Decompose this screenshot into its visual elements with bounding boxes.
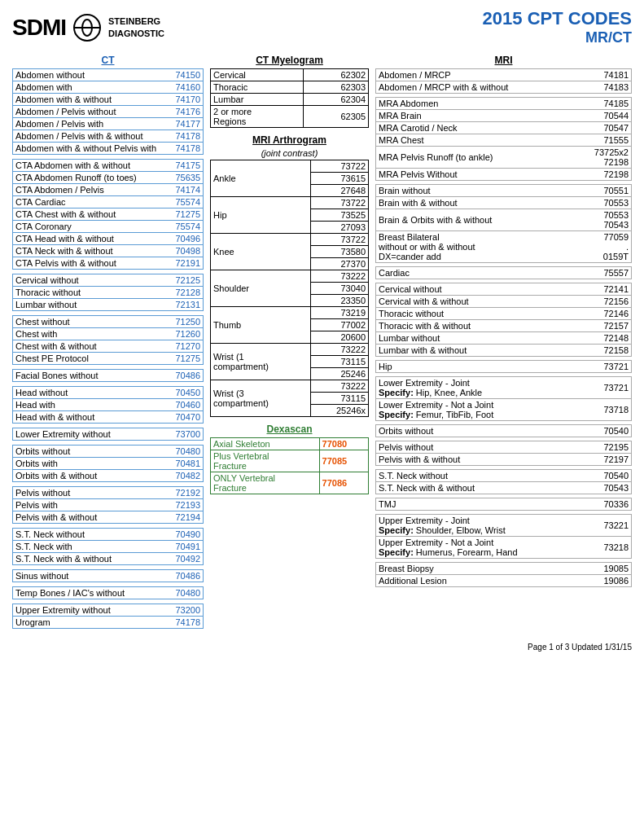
ct-label: CTA Abdomen / Pelvis (13, 184, 167, 196)
table-row: Lumbar without72148 (376, 332, 632, 345)
ct-label: Head with & without (13, 411, 153, 424)
ct-code: 75574 (166, 196, 203, 208)
arthrogram-code: 73222 (311, 344, 369, 356)
mri-code: 72158 (571, 345, 631, 357)
mri-label: Lower Extremity - JointSpecify: Hip, Kne… (376, 377, 580, 399)
ct-group-sinus: Sinus without70486 (12, 569, 204, 582)
ct-code: 74170 (170, 94, 203, 106)
arthrogram-code: 73722 (311, 197, 369, 209)
logo-line2: DIAGNOSTIC (108, 28, 164, 39)
table-row: Lower Extremity - Not a JointSpecify: Fe… (376, 399, 632, 421)
ct-label: Temp Bones / IAC's without (13, 587, 164, 599)
ct-label: Urogram (13, 617, 160, 629)
mri-code: 72156 (571, 296, 631, 308)
ct-label: CTA Head with & without (13, 233, 167, 245)
mri-code: 71555 (567, 134, 631, 147)
table-row: MRA Chest71555 (376, 134, 632, 147)
ct-section-title: CT (12, 55, 204, 66)
ct-code: 70496 (166, 233, 203, 245)
ct-label: Cervical without (13, 274, 147, 287)
arthrogram-joint-label: Ankle (211, 160, 311, 197)
dexascan-label: Axial Skeleton (211, 438, 320, 450)
table-row: Head with70460 (13, 399, 204, 411)
mri-group-orbits: Orbits without70540 (375, 424, 632, 437)
mri-arthrogram-title: MRI Arthrogram (210, 134, 369, 146)
mri-label: Abdomen / MRCP with & without (376, 81, 585, 94)
header: SDMI STEINBERG DIAGNOSTIC 2015 CPT CODES… (12, 8, 632, 46)
ct-group-pelvis: Pelvis without72192 Pelvis with72193 Pel… (12, 486, 204, 524)
table-row: Lower Extremity - JointSpecify: Hip, Kne… (376, 377, 632, 399)
mri-code: 70543 (572, 482, 631, 494)
mri-label: Cervical without (376, 283, 572, 296)
table-row: Brain with & without70553 (376, 197, 632, 209)
mri-code: 73725x272198 (567, 147, 631, 169)
ct-code: 71250 (154, 316, 204, 328)
ct-label: S.T. Neck with (13, 541, 160, 553)
table-row: Lumbar 62304 (211, 94, 369, 106)
table-row: MRA Pelvis Without72198 (376, 169, 632, 181)
mri-code: 77059.0159T (579, 231, 631, 263)
table-row: Breast Biopsy19085 (376, 563, 632, 575)
ct-code: 72125 (146, 274, 203, 287)
ct-label: Orbits with (13, 458, 155, 470)
mri-label: Breast Biopsy (376, 563, 558, 575)
ct-code: 70491 (160, 541, 204, 553)
mri-label: Lumbar with & without (376, 345, 572, 357)
mri-code: 75557 (515, 267, 632, 279)
ct-code: 71270 (154, 340, 204, 353)
mri-code: 74181 (585, 69, 631, 81)
ct-group-cta: CTA Abdomen with & without74175 CTA Abdo… (12, 159, 204, 270)
arthrogram-code: 73722 (311, 234, 369, 246)
mri-code: 74185 (567, 98, 631, 110)
table-row: Lower Extremity without73700 (13, 428, 204, 441)
table-row: Cervical without72141 (376, 283, 632, 296)
ct-group-spine: Cervical without72125 Thoracic without72… (12, 274, 204, 311)
table-row: CTA Neck with & without70498 (13, 245, 204, 257)
ct-code: 74178 (170, 143, 203, 155)
ct-group-abdomen: Abdomen without74150 Abdomen with74160 A… (12, 68, 204, 155)
ct-code: 74160 (170, 81, 203, 94)
table-row: Orbits with & without70482 (13, 470, 204, 482)
ct-code: 74175 (166, 160, 203, 172)
table-row: Orbits without70480 (13, 446, 204, 458)
ct-label: CTA Abdomen with & without (13, 160, 167, 172)
ct-code: 72128 (146, 287, 203, 299)
mri-code: 72146 (571, 308, 631, 320)
ct-code: 70481 (154, 458, 203, 470)
table-row: Pelvis with & without72194 (13, 511, 204, 524)
logo-text: STEINBERG DIAGNOSTIC (108, 15, 164, 39)
table-row: Facial Bones without70486 (13, 370, 204, 382)
ct-column: CT Abdomen without74150 Abdomen with7416… (12, 55, 204, 633)
table-row: Pelvis with72193 (13, 499, 204, 511)
table-row: Upper Extremity - Not a JointSpecify: Hu… (376, 537, 632, 559)
dexascan-label: ONLY VertebralFracture (211, 472, 320, 494)
table-row: MRA Abdomen74185 (376, 98, 632, 110)
table-row: Pelvis without72192 (13, 487, 204, 499)
mri-group-brain: Brain without70551 Brain with & without7… (375, 184, 632, 263)
ct-group-head: Head without70450 Head with70460 Head wi… (12, 386, 204, 424)
ct-label: S.T. Neck without (13, 529, 160, 541)
table-row: Chest without71250 (13, 316, 204, 328)
mri-group-tmj: TMJ70336 (375, 498, 632, 511)
mri-label: MRA Abdomen (376, 98, 568, 110)
table-row: Thoracic 62303 (211, 81, 369, 94)
ct-code: 74178 (170, 130, 203, 143)
ct-code: 70492 (160, 553, 204, 565)
mri-code: 19085 (557, 563, 631, 575)
ct-label: Pelvis with & without (13, 511, 155, 524)
logo-area: SDMI STEINBERG DIAGNOSTIC (12, 13, 164, 42)
ct-label: Abdomen / Pelvis with (13, 118, 171, 130)
mri-code: 73721 (474, 361, 632, 373)
arthrogram-code: 73580 (311, 246, 369, 258)
mri-code: 73718 (580, 399, 631, 421)
ct-code: 70490 (160, 529, 204, 541)
table-row: TMJ70336 (376, 498, 632, 511)
table-row: Head with & without70470 (13, 411, 204, 424)
ct-label: CTA Cardiac (13, 196, 167, 208)
table-row: S.T. Neck with & without70543 (376, 482, 632, 494)
arthrogram-joint-label: Wrist (3compartment) (211, 380, 311, 417)
ct-label: Upper Extremity without (13, 604, 160, 617)
ct-code: 72193 (154, 499, 203, 511)
table-row: Ankle 73722 (211, 160, 369, 173)
mri-label: Cardiac (376, 267, 515, 279)
